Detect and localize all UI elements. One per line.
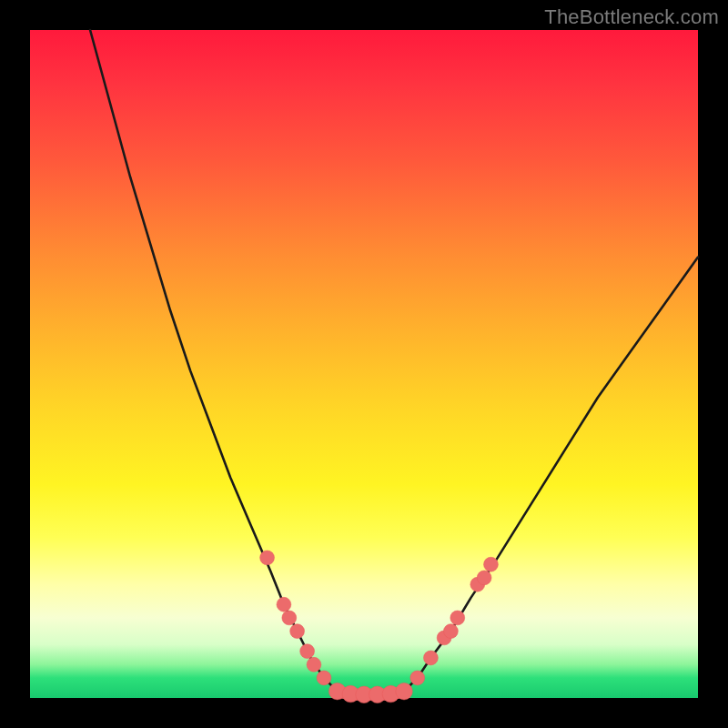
data-marker <box>423 651 438 665</box>
data-marker <box>290 624 305 639</box>
data-marker <box>443 624 458 639</box>
data-marker <box>277 597 291 612</box>
chart-svg <box>30 30 698 698</box>
data-marker <box>410 671 425 685</box>
data-marker <box>484 557 499 571</box>
data-marker <box>396 682 413 700</box>
watermark-text: TheBottleneck.com <box>544 5 719 29</box>
data-marker <box>260 551 275 565</box>
data-marker <box>307 657 321 672</box>
data-marker <box>300 644 315 659</box>
data-marker <box>477 571 491 585</box>
outer-frame: TheBottleneck.com <box>0 0 728 728</box>
data-marker <box>450 611 465 625</box>
plot-area <box>30 30 698 698</box>
data-marker <box>282 611 297 625</box>
data-marker <box>317 671 331 685</box>
bottleneck-curve <box>90 30 698 694</box>
